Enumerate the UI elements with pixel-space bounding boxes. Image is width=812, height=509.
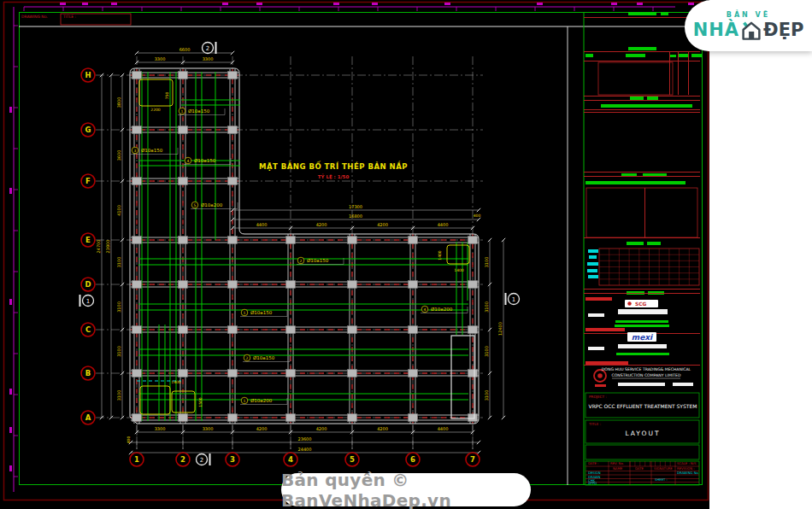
- svg-text:Ø10a150: Ø10a150: [253, 355, 275, 360]
- svg-text:4: 4: [288, 455, 293, 464]
- dim-text: 3100: [484, 346, 489, 357]
- svg-text:C: C: [85, 325, 91, 334]
- svg-text:Ø10a150: Ø10a150: [141, 148, 163, 153]
- dim-total: 17300: [349, 204, 362, 209]
- text-bar: [691, 54, 702, 57]
- tb-line: [584, 17, 700, 18]
- dim-text: 1400: [438, 250, 442, 260]
- column: [468, 326, 478, 334]
- rev-label: DRAWING No.: [677, 471, 699, 475]
- column: [409, 237, 418, 244]
- dim-text: 400: [474, 214, 481, 218]
- column: [132, 178, 142, 185]
- tb-line: [584, 365, 700, 366]
- text-bar: [585, 297, 612, 301]
- tb-line: [584, 112, 700, 113]
- svg-text:Ø10a200: Ø10a200: [201, 202, 223, 208]
- brand-name-b: ĐẸP: [763, 20, 803, 40]
- dim-text: 3800: [116, 97, 121, 108]
- dim-text: 3300: [155, 56, 166, 61]
- svg-text:2: 2: [246, 356, 249, 360]
- column: [286, 414, 296, 422]
- cad-drawing: DRAWING No.TITLE :3300330066004400420042…: [0, 0, 812, 509]
- column: [179, 237, 188, 244]
- svg-text:4: 4: [187, 159, 190, 163]
- rev-label: SHEET :: [655, 477, 668, 482]
- column: [468, 414, 478, 422]
- dim-text: 4200: [256, 426, 268, 431]
- dim-text: 3100: [484, 390, 489, 401]
- text-bar: [615, 320, 668, 323]
- svg-text:G: G: [85, 126, 91, 134]
- column: [179, 326, 188, 334]
- svg-text:7: 7: [470, 455, 475, 464]
- svg-text:Ø10a200: Ø10a200: [431, 307, 453, 312]
- column: [348, 281, 357, 289]
- column: [179, 178, 188, 185]
- dim-text: 3100: [484, 257, 489, 268]
- dim-text: 1400: [171, 380, 181, 384]
- tb-line: [584, 289, 700, 290]
- text-bar: [618, 344, 667, 348]
- column: [179, 72, 188, 79]
- tb-line: [584, 61, 700, 61]
- column: [348, 237, 357, 244]
- copyright-watermark[interactable]: Bản quyền © BanVeNhaDep.vn: [281, 473, 531, 506]
- dim-text: 3100: [116, 301, 121, 313]
- company-line2: CONSTRUCTION COMPANY LIMITED: [611, 373, 680, 377]
- rev-label: SIGNATURE: [654, 466, 673, 471]
- svg-text:1: 1: [244, 311, 246, 315]
- column: [179, 370, 188, 377]
- dim-text: 3100: [116, 257, 121, 268]
- dim-text: 1400: [454, 268, 464, 272]
- text-bar: [616, 353, 669, 355]
- dim-text: 4200: [316, 426, 327, 431]
- column: [468, 370, 478, 377]
- tb-line: [584, 172, 700, 173]
- text-bar: [601, 104, 692, 108]
- drawing-scale: TỶ LỆ : 1/50: [318, 173, 350, 180]
- rev-label: REV. No.: [610, 461, 624, 465]
- column: [228, 72, 238, 79]
- column: [132, 72, 142, 79]
- tb-line: [584, 96, 700, 97]
- text-bar: [585, 361, 628, 365]
- svg-text:1: 1: [512, 296, 515, 303]
- tb-line: [669, 52, 670, 95]
- text-bar: [626, 54, 645, 57]
- text-bar: [588, 249, 598, 253]
- dim-text: 3600: [116, 150, 121, 161]
- dim-text: 3300: [203, 56, 214, 61]
- column: [286, 326, 296, 334]
- column: [468, 237, 478, 244]
- svg-text:Ø10a150: Ø10a150: [250, 310, 273, 315]
- rev-label: SCALE : N/S: [677, 461, 697, 465]
- sheet-title: LAYOUT: [625, 430, 660, 437]
- column: [132, 281, 142, 289]
- svg-text:1: 1: [244, 399, 246, 403]
- dim-text: 4100: [116, 205, 121, 216]
- tb-red-box: [598, 62, 673, 95]
- svg-text:A: A: [85, 413, 91, 422]
- dim-text: 4400: [438, 222, 449, 227]
- dim-text: 4200: [377, 222, 388, 227]
- dim-text: 2200: [150, 108, 161, 112]
- text-bar: [588, 313, 604, 317]
- dim-text: 1500: [198, 397, 203, 407]
- dim-total: 24400: [298, 447, 312, 452]
- column: [228, 126, 238, 134]
- dim-text: 3100: [116, 390, 121, 401]
- copyright-text: Bản quyền © BanVeNhaDep.vn: [281, 470, 531, 509]
- company-line1: DONG HUU SERVICE TRADING& MECHANICAL: [602, 367, 691, 372]
- svg-text:3: 3: [134, 149, 137, 153]
- brand-tagline: BẢN VẼ: [727, 11, 770, 19]
- svg-text:5: 5: [350, 455, 355, 464]
- text-bar: [661, 12, 668, 15]
- svg-text:Ø10a150: Ø10a150: [307, 258, 329, 263]
- svg-text:F: F: [85, 177, 91, 185]
- dim-total: 6600: [179, 47, 191, 52]
- brand-logo: BẢN VẼ NHÀ ĐẸP: [685, 0, 812, 51]
- dim-text: 400: [127, 436, 131, 444]
- svg-text:DRAWING No.: DRAWING No.: [21, 15, 48, 19]
- rev-label: APPD: [588, 481, 597, 485]
